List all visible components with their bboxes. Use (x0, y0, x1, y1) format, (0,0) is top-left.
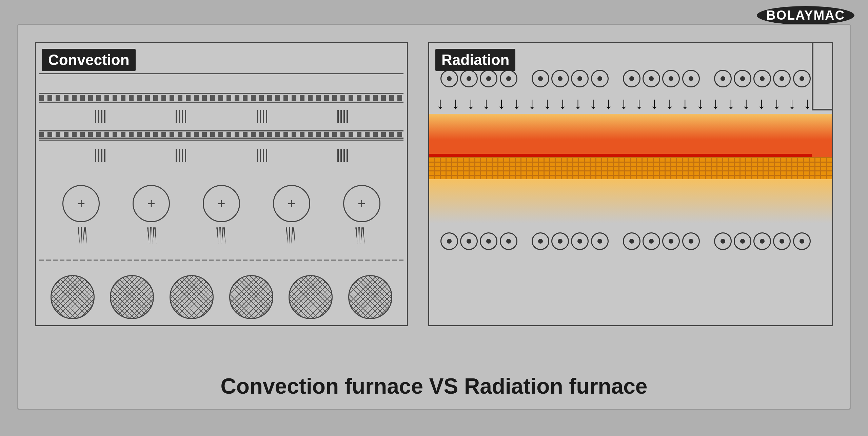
arrow-down: ↓ (803, 95, 811, 111)
dot-circle (440, 70, 458, 87)
dot-circle (662, 70, 680, 87)
dot-circle (480, 70, 497, 87)
arrow-down: ↓ (513, 95, 521, 111)
dot-circle (753, 232, 771, 250)
dot-circle (773, 232, 791, 250)
dot-circle (623, 70, 640, 87)
dot-circle (753, 70, 771, 87)
mesh-conveyor (429, 157, 832, 179)
dot-circle (623, 232, 640, 250)
convection-label: Convection (42, 49, 136, 71)
lower-gradient (429, 179, 832, 223)
arrow-down: ↓ (727, 95, 735, 111)
arrow-down: ↓ (436, 95, 445, 111)
arrow-down: ↓ (605, 95, 613, 111)
dot-circle (460, 70, 478, 87)
arrow-down: ↓ (650, 95, 658, 111)
dot-circle (793, 70, 811, 87)
dot-circle (440, 232, 458, 250)
arrow-down: ↓ (666, 95, 674, 111)
logo: BOLAYMAC (757, 6, 854, 25)
burner-circle (133, 185, 170, 222)
arrow-down: ↓ (452, 95, 460, 111)
dot-circle (682, 232, 700, 250)
dot-circle (714, 232, 732, 250)
dot-circle (714, 70, 732, 87)
footer-text: Convection furnace VS Radiation furnace (18, 374, 850, 399)
mesh-circle (229, 275, 273, 319)
dot-circle (551, 70, 569, 87)
dot-circle (460, 232, 478, 250)
red-conveyor-line (429, 154, 812, 157)
arrow-down: ↓ (635, 95, 643, 111)
arrow-down: ↓ (742, 95, 750, 111)
dot-circle (662, 232, 680, 250)
dots-row-top (439, 70, 812, 87)
radiation-label: Radiation (435, 49, 515, 71)
dot-circle (773, 70, 791, 87)
dot-circle (551, 232, 569, 250)
mesh-circle (289, 275, 333, 319)
arrow-down: ↓ (467, 95, 475, 111)
main-container: Convection (17, 24, 851, 410)
dot-circle (682, 70, 700, 87)
mesh-circle (51, 275, 95, 319)
mesh-circle (348, 275, 392, 319)
dot-circle (480, 232, 497, 250)
burner-circle (273, 185, 310, 222)
dot-circle (571, 232, 589, 250)
arrow-down: ↓ (620, 95, 628, 111)
mesh-circles-row (43, 275, 400, 319)
dot-circle (500, 232, 517, 250)
arrow-down: ↓ (497, 95, 506, 111)
arrow-down: ↓ (712, 95, 720, 111)
arrow-down: ↓ (773, 95, 781, 111)
convection-panel: Convection (35, 42, 408, 326)
dot-circle (643, 70, 660, 87)
dot-circle (793, 232, 811, 250)
arrows-row: ↓ ↓ ↓ ↓ ↓ ↓ ↓ ↓ ↓ ↓ ↓ ↓ ↓ ↓ ↓ ↓ ↓ ↓ ↓ ↓ (433, 95, 815, 111)
dot-circle (591, 70, 609, 87)
mesh-circle (110, 275, 154, 319)
arrow-down: ↓ (696, 95, 704, 111)
dot-circle (500, 70, 517, 87)
arrow-down: ↓ (757, 95, 766, 111)
arrow-down: ↓ (681, 95, 689, 111)
dots-row-bottom (439, 232, 812, 250)
arrow-down: ↓ (558, 95, 567, 111)
logo-text: BOLAYMAC (766, 8, 845, 23)
diagrams-row: Convection (35, 42, 833, 326)
burner-circle (62, 185, 100, 222)
dot-circle (532, 70, 549, 87)
dot-circle (532, 232, 549, 250)
dot-circle (571, 70, 589, 87)
radiation-panel: Radiation (428, 42, 833, 326)
dot-circle (734, 232, 751, 250)
dot-circle (591, 232, 609, 250)
arrow-down: ↓ (788, 95, 796, 111)
arrow-down: ↓ (589, 95, 597, 111)
arrow-down: ↓ (543, 95, 551, 111)
arrow-down: ↓ (482, 95, 490, 111)
burner-circle (343, 185, 380, 222)
burner-circle (203, 185, 240, 222)
arrow-down: ↓ (574, 95, 582, 111)
mesh-circle (170, 275, 214, 319)
dot-circle (643, 232, 660, 250)
arrow-down: ↓ (528, 95, 536, 111)
dot-circle (734, 70, 751, 87)
